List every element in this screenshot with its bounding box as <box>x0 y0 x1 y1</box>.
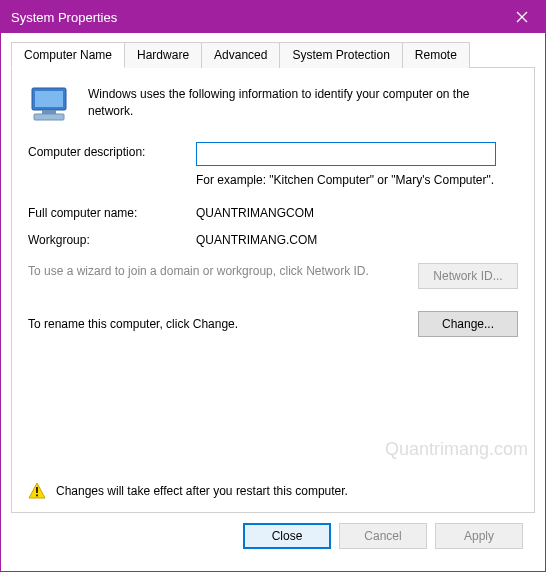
network-id-button: Network ID... <box>418 263 518 289</box>
warning-row: Changes will take effect after you resta… <box>28 482 518 500</box>
window-body: Computer Name Hardware Advanced System P… <box>1 33 545 571</box>
cancel-button: Cancel <box>339 523 427 549</box>
tab-system-protection[interactable]: System Protection <box>279 42 402 68</box>
workgroup-label: Workgroup: <box>28 230 196 247</box>
tab-remote[interactable]: Remote <box>402 42 470 68</box>
warning-text: Changes will take effect after you resta… <box>56 484 348 498</box>
apply-button: Apply <box>435 523 523 549</box>
tab-computer-name[interactable]: Computer Name <box>11 42 125 68</box>
tab-hardware[interactable]: Hardware <box>124 42 202 68</box>
tab-content: Windows uses the following information t… <box>11 68 535 513</box>
rename-text: To rename this computer, click Change. <box>28 317 408 331</box>
warning-icon <box>28 482 46 500</box>
svg-rect-8 <box>36 495 38 497</box>
watermark: Quantrimang.com <box>385 439 528 460</box>
tab-strip: Computer Name Hardware Advanced System P… <box>11 41 535 68</box>
change-button[interactable]: Change... <box>418 311 518 337</box>
close-icon[interactable] <box>499 1 545 33</box>
description-input[interactable] <box>196 142 496 166</box>
tab-advanced[interactable]: Advanced <box>201 42 280 68</box>
intro-text: Windows uses the following information t… <box>88 86 518 120</box>
dialog-footer: Close Cancel Apply <box>11 513 535 561</box>
window-title: System Properties <box>11 10 499 25</box>
titlebar: System Properties <box>1 1 545 33</box>
svg-rect-5 <box>34 114 64 120</box>
computer-icon <box>28 86 72 124</box>
wizard-text: To use a wizard to join a domain or work… <box>28 263 408 280</box>
system-properties-window: System Properties Computer Name Hardware… <box>0 0 546 572</box>
description-example: For example: "Kitchen Computer" or "Mary… <box>196 172 518 189</box>
workgroup-value: QUANTRIMANG.COM <box>196 230 518 247</box>
full-name-value: QUANTRIMANGCOM <box>196 203 518 220</box>
full-name-label: Full computer name: <box>28 203 196 220</box>
close-button[interactable]: Close <box>243 523 331 549</box>
description-label: Computer description: <box>28 142 196 159</box>
svg-rect-4 <box>42 110 56 114</box>
svg-rect-3 <box>35 91 63 107</box>
svg-rect-7 <box>36 487 38 493</box>
